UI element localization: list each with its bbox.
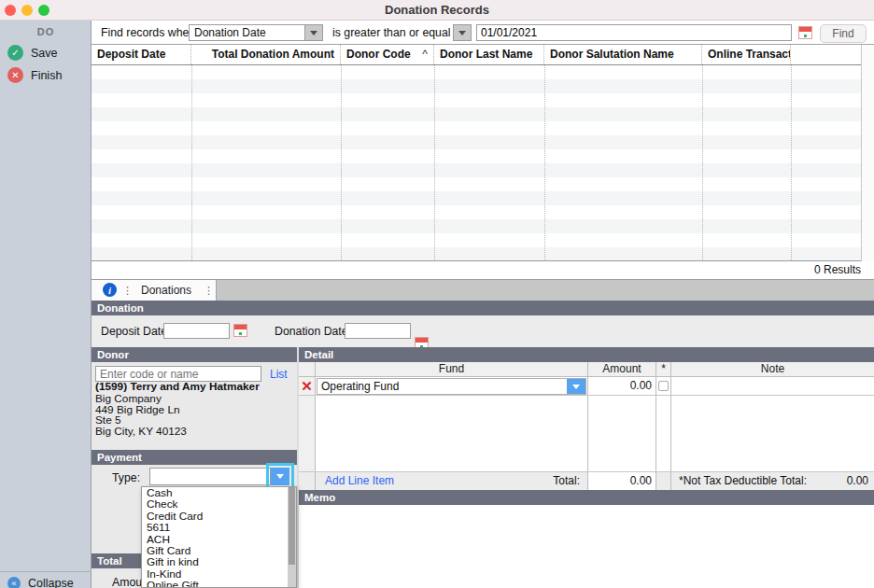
results-count: 0 Results <box>92 261 874 280</box>
detail-total-value: 0.00 <box>588 472 656 490</box>
detail-column-note: Note <box>671 362 874 376</box>
dropdown-option[interactable]: Online Gift <box>142 580 296 588</box>
close-window-button[interactable] <box>5 5 16 16</box>
find-bar: Find records where Donation Date is grea… <box>92 21 874 45</box>
not-tax-deductible-checkbox[interactable] <box>658 381 669 391</box>
ntd-total-label: *Not Tax Deductible Total: <box>671 472 807 490</box>
tab-donations[interactable]: Donations <box>133 280 200 301</box>
payment-type-dropdown-list: CashCheckCredit Card5611ACHGift CardGift… <box>141 486 297 588</box>
sort-ascending-icon: ^ <box>422 45 428 64</box>
title-bar: Donation Records <box>0 0 874 21</box>
find-operator-value[interactable]: is greater than or equal to <box>332 26 463 39</box>
deposit-date-label: Deposit Date: <box>101 325 171 338</box>
focus-highlight-ring <box>266 463 294 489</box>
results-table-body <box>92 65 874 261</box>
section-header-donation: Donation <box>92 301 874 315</box>
sidebar-item-finish[interactable]: ✕ Finish <box>7 67 62 83</box>
memo-content[interactable] <box>299 505 874 588</box>
find-records-label: Find records where <box>101 26 199 39</box>
donation-date-label: Donation Date: <box>275 325 351 338</box>
donor-name: (1599) Terry and Amy Hatmaker <box>95 381 260 392</box>
section-header-donor: Donor <box>92 347 297 362</box>
section-header-detail: Detail <box>299 347 874 362</box>
donation-date-input[interactable] <box>345 323 411 339</box>
delete-row-button[interactable]: ✕ <box>299 377 316 395</box>
zoom-window-button[interactable] <box>38 5 49 16</box>
collapse-icon: « <box>7 577 21 588</box>
column-header-donor-code[interactable]: Donor Code ^ <box>341 45 434 64</box>
chevron-down-icon[interactable] <box>304 25 322 40</box>
find-button[interactable]: Find <box>820 24 867 43</box>
donor-list-link[interactable]: List <box>270 368 288 381</box>
results-scrollbar-track[interactable] <box>861 45 874 261</box>
find-value-input[interactable] <box>476 24 792 41</box>
column-header-total-donation-amount[interactable]: Total Donation Amount <box>191 45 341 64</box>
ntd-total-value: 0.00 <box>847 472 874 490</box>
column-header-blank <box>791 45 861 64</box>
donor-address: Big Company449 Big Ridge LnSte 5Big City… <box>95 394 187 437</box>
dropdown-scrollbar[interactable] <box>288 487 296 587</box>
kebab-menu-icon[interactable]: ⋮ <box>122 280 133 301</box>
operator-chevron-down-icon[interactable] <box>453 24 472 41</box>
dropdown-option[interactable]: Check <box>142 498 296 510</box>
dropdown-option[interactable]: 5611 <box>142 522 296 533</box>
detail-column-star: * <box>656 362 671 376</box>
results-table-header: Deposit Date Total Donation Amount Donor… <box>92 45 874 65</box>
deposit-date-input[interactable] <box>163 323 230 339</box>
sidebar-item-save[interactable]: ✓ Save <box>7 45 58 61</box>
detail-row: ✕ Operating Fund 0.00 <box>299 377 874 396</box>
minimize-window-button[interactable] <box>21 5 33 16</box>
sidebar-item-collapse[interactable]: « Collapse <box>7 577 74 588</box>
fund-value: Operating Fund <box>317 379 567 394</box>
dropdown-scrollbar-thumb[interactable] <box>289 487 295 565</box>
detail-column-amount: Amount <box>588 362 656 376</box>
column-header-online-transaction[interactable]: Online Transact... <box>702 45 791 64</box>
calendar-icon[interactable] <box>798 26 812 39</box>
delete-row-icon: ✕ <box>301 379 313 393</box>
detail-footer: Add Line Item Total: 0.00 *Not Tax Deduc… <box>299 471 874 490</box>
dropdown-option[interactable]: Gift in kind <box>142 556 296 567</box>
detail-table-header: Fund Amount * Note <box>299 362 874 377</box>
total-label: Total: <box>553 472 587 490</box>
save-label: Save <box>31 47 58 60</box>
column-header-deposit-date[interactable]: Deposit Date <box>92 45 191 64</box>
detail-empty-area <box>299 396 874 471</box>
tab-bar: i ⋮ Donations ⋮ <box>92 280 874 301</box>
tab-segment: i ⋮ Donations ⋮ <box>92 280 217 301</box>
add-line-item-link[interactable]: Add Line Item <box>316 472 394 490</box>
sidebar: DO ✓ Save ✕ Finish « Collapse <box>0 21 92 588</box>
column-header-donor-last-name[interactable]: Donor Last Name <box>434 45 544 64</box>
sidebar-header: DO <box>0 26 92 37</box>
finish-x-icon: ✕ <box>7 67 23 83</box>
donor-code-label: Donor Code <box>346 45 411 64</box>
deposit-date-calendar-icon[interactable] <box>233 324 247 337</box>
donor-address-line: Big City, KY 40123 <box>95 427 187 438</box>
fund-chevron-down-icon[interactable] <box>567 379 585 394</box>
detail-table: Fund Amount * Note ✕ Operating Fund 0.00 <box>299 362 874 490</box>
sidebar-divider <box>0 571 92 572</box>
payment-type-field[interactable] <box>149 468 271 485</box>
window-title: Donation Records <box>0 0 874 21</box>
tab-kebab-menu-icon[interactable]: ⋮ <box>204 280 214 301</box>
payment-type-label: Type: <box>112 471 140 484</box>
info-icon[interactable]: i <box>103 283 117 297</box>
column-header-donor-salutation-name[interactable]: Donor Salutation Name <box>544 45 702 64</box>
note-value[interactable] <box>671 377 874 395</box>
find-field-value: Donation Date <box>190 25 304 40</box>
donation-dates-row: Deposit Date: Donation Date: <box>92 315 874 347</box>
save-check-icon: ✓ <box>7 45 23 61</box>
find-field-select[interactable]: Donation Date <box>189 24 323 41</box>
right-column: Detail Fund Amount * Note ✕ Operating Fu… <box>299 347 874 588</box>
fund-select[interactable]: Operating Fund <box>317 378 586 395</box>
amount-value[interactable]: 0.00 <box>588 377 656 395</box>
collapse-label: Collapse <box>28 577 74 588</box>
finish-label: Finish <box>31 69 62 82</box>
section-header-memo: Memo <box>299 490 874 505</box>
detail-column-fund: Fund <box>316 362 588 376</box>
